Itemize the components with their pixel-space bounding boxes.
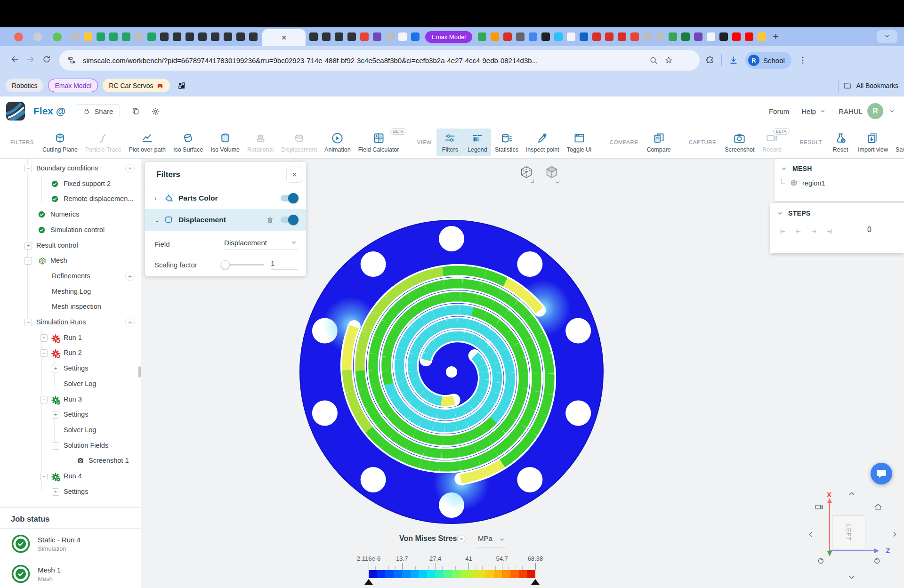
tree-expander[interactable]: − <box>24 319 32 326</box>
window-controls[interactable] <box>14 32 62 41</box>
mesh-region-item[interactable]: region1 <box>788 179 904 187</box>
mesh-section-header[interactable]: MESH <box>775 159 904 172</box>
tree-item-meshing-log[interactable]: Meshing Log <box>0 284 141 300</box>
tab-close-icon[interactable]: ✕ <box>281 34 287 41</box>
scaling-factor-slider[interactable] <box>222 264 264 266</box>
tab-group-emax-model[interactable]: Emax Model <box>425 31 472 43</box>
legend-min-handle[interactable] <box>364 579 373 585</box>
toolbar-button-legend[interactable]: Legend <box>464 129 491 156</box>
account-menu[interactable]: RAHUL R <box>839 103 896 119</box>
pinned-tab[interactable] <box>198 32 207 41</box>
pinned-tab[interactable] <box>630 32 639 41</box>
toolbar-button-iso-surface[interactable]: Iso Surface <box>170 129 207 156</box>
chevron-down-icon[interactable] <box>498 536 506 545</box>
close-window-button[interactable] <box>14 32 23 41</box>
pinned-tab[interactable] <box>529 32 537 41</box>
pinned-tab[interactable] <box>643 32 652 41</box>
tree-item-refinements[interactable]: Refinements+ <box>0 269 141 284</box>
toolbar-button-field-calculator[interactable]: Field CalculatorBETA <box>355 129 403 156</box>
tree-expander[interactable]: − <box>24 165 32 172</box>
tree-expander[interactable]: + <box>52 488 59 496</box>
legend-menu-button[interactable]: ≡ <box>457 535 466 543</box>
all-bookmarks-label[interactable]: All Bookmarks <box>856 82 898 89</box>
simscale-logo[interactable] <box>6 102 25 121</box>
tree-item-settings[interactable]: +Settings <box>0 407 141 423</box>
rotate-right-button[interactable] <box>890 530 899 539</box>
pinned-tab[interactable] <box>347 32 356 41</box>
project-title[interactable]: Flex @ <box>33 105 65 117</box>
filter-row-parts-color[interactable]: › Parts Color <box>145 187 306 209</box>
tree-item-simulation-control[interactable]: Simulation control <box>0 223 141 238</box>
toolbar-button-screenshot[interactable]: Screenshot <box>721 129 758 156</box>
pinned-tab[interactable] <box>135 32 143 41</box>
legend-unit-dropdown[interactable]: MPa <box>478 534 492 542</box>
camera-view-button[interactable] <box>815 502 824 512</box>
tree-item-solver-log[interactable]: Solver Log <box>0 377 141 392</box>
share-button[interactable]: Share <box>76 104 120 118</box>
toolbar-button-statistics[interactable]: Statistics <box>491 129 522 156</box>
pinned-tab[interactable] <box>554 32 563 41</box>
forum-link[interactable]: Forum <box>769 107 789 115</box>
job-item-mesh1[interactable]: Mesh 1Mesh <box>0 559 141 588</box>
pinned-tab[interactable] <box>618 32 626 41</box>
parts-color-toggle[interactable] <box>281 195 298 201</box>
roll-cw-button[interactable] <box>872 556 882 566</box>
address-bar[interactable]: simscale.com/workbench/?pid=667897441783… <box>59 50 700 71</box>
filter-row-displacement[interactable]: ⌄ Displacement <box>145 209 306 231</box>
bookmark-star-icon[interactable] <box>664 56 673 65</box>
tree-expander[interactable]: − <box>40 396 48 403</box>
legend-max-handle[interactable] <box>531 579 540 585</box>
step-next-button[interactable] <box>810 227 818 235</box>
minimize-window-button[interactable] <box>33 32 42 41</box>
pinned-tab[interactable] <box>758 32 766 41</box>
chevron-right-icon[interactable]: › <box>154 194 162 202</box>
tree-expander[interactable]: − <box>52 442 59 450</box>
orthographic-view-button[interactable] <box>541 165 563 184</box>
profile-button[interactable]: R School <box>745 52 791 69</box>
toolbar-button-rotational[interactable]: Rotational <box>243 129 277 156</box>
pinned-tab[interactable] <box>147 32 156 41</box>
forward-button[interactable] <box>23 52 39 68</box>
pinned-tab[interactable] <box>309 32 318 41</box>
pinned-tab[interactable] <box>386 32 394 41</box>
pinned-tab[interactable] <box>322 32 331 41</box>
pinned-tab[interactable] <box>707 32 715 41</box>
pinned-tab[interactable] <box>605 32 613 41</box>
pinned-tab[interactable] <box>541 32 550 41</box>
pinned-tab[interactable] <box>160 32 169 41</box>
toolbar-button-record[interactable]: RecordBETA <box>759 129 786 156</box>
perspective-view-button[interactable] <box>516 165 537 184</box>
pinned-tab[interactable] <box>360 32 369 41</box>
toolbar-button-particle-trace[interactable]: Particle Trace <box>81 129 125 156</box>
tab-groups-grid-icon[interactable] <box>178 81 186 90</box>
step-last-button[interactable] <box>825 227 833 235</box>
tree-expander[interactable]: − <box>24 257 32 265</box>
bookmark-rc-car-servos[interactable]: RC Car Servos <box>103 79 170 92</box>
tree-item-result-control[interactable]: +Result control <box>0 238 141 254</box>
tree-item-remote-displacemen-[interactable]: Remote displacemen... <box>0 192 141 207</box>
active-tab[interactable]: ✕ <box>262 29 306 46</box>
tree-item-simulation-runs[interactable]: −Simulation Runs+ <box>0 315 141 330</box>
pinned-tab[interactable] <box>249 32 258 41</box>
tree-item-solution-fields[interactable]: −Solution Fields <box>0 438 141 454</box>
pinned-tab[interactable] <box>236 32 245 41</box>
tree-item-numerics[interactable]: Numerics <box>0 207 141 223</box>
pinned-tab[interactable] <box>567 32 575 41</box>
tree-expander[interactable]: + <box>52 411 59 419</box>
pinned-tab[interactable] <box>224 32 232 41</box>
toolbar-button-plot-over-path[interactable]: Plot-over-path <box>125 129 170 156</box>
tree-expander[interactable]: + <box>40 334 48 342</box>
pinned-tab[interactable] <box>84 32 92 41</box>
tree-item-run-3[interactable]: −Run 3 <box>0 392 141 408</box>
toolbar-button-cutting-plane[interactable]: Cutting Plane <box>39 129 81 156</box>
tree-item-screenshot-1[interactable]: Screenshot 1 <box>0 453 141 469</box>
tree-item-run-4[interactable]: −Run 4 <box>0 469 141 484</box>
tree-item-mesh-inspection[interactable]: Mesh inspection <box>0 299 141 315</box>
pinned-tab[interactable] <box>503 32 512 41</box>
back-button[interactable] <box>7 52 23 68</box>
tab-search-button[interactable] <box>877 30 897 43</box>
displacement-toggle[interactable] <box>281 217 298 223</box>
pinned-tab[interactable] <box>373 32 381 41</box>
tree-expander[interactable]: − <box>40 473 48 480</box>
legend-colorbar[interactable] <box>369 570 535 578</box>
